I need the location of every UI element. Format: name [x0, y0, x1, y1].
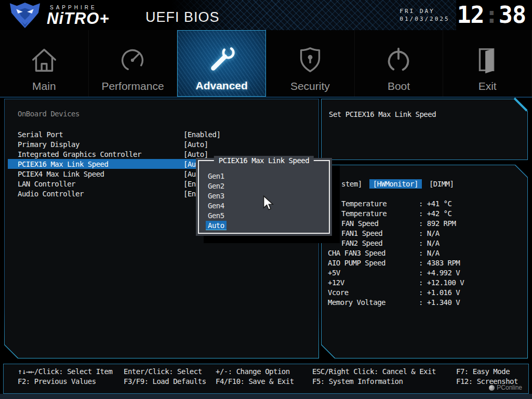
monitor-value: +1.340 V — [419, 298, 460, 307]
monitor-label: Vcore — [328, 288, 419, 297]
setting-label: Audio Controller — [18, 190, 183, 198]
wolf-mask-icon — [7, 1, 43, 31]
monitor-value: 892 RPM — [419, 219, 456, 228]
shortcut-hint: F2: Previous Values — [18, 377, 96, 387]
monitor-label: FAN1 Speed — [341, 229, 419, 237]
setting-label: PCIEX16 Max Link Speed — [18, 160, 183, 168]
wrench-icon — [206, 43, 238, 75]
watermark-label: PConline — [497, 384, 522, 391]
nav-divider — [0, 97, 532, 98]
monitor-row: +5V +4.992 V — [328, 268, 523, 277]
monitor-label: FAN Speed — [341, 219, 419, 228]
section-title: OnBoard Devices — [18, 110, 79, 119]
shortcut-bar: ↑↓→←/Click: Select Item Enter/Click: Sel… — [3, 364, 529, 394]
setting-label: Primary Display — [18, 140, 183, 149]
monitor-value: 4383 RPM — [419, 259, 460, 267]
monitor-value: N/A — [419, 239, 440, 247]
monitor-label: +5V — [328, 269, 419, 277]
monitor-value: +1.016 V — [419, 288, 460, 297]
setting-label: LAN Controller — [18, 180, 183, 188]
monitor-label: +12V — [328, 278, 419, 287]
setting-label: Integrated Graphics Controller — [18, 150, 183, 158]
option-popup-title: PCIEX16 Max Link Speed — [214, 156, 314, 166]
door-icon — [471, 44, 503, 76]
monitor-value: +12.100 V — [419, 278, 464, 287]
monitor-label: Temperature — [341, 200, 419, 208]
setting-value: [Auto] — [183, 140, 208, 149]
monitor-row: Memory Voltage +1.340 V — [328, 297, 523, 307]
shortcut-hint: F3/F9: Load Defaults — [124, 377, 206, 387]
hwmonitor-panel-body: stem] [HWMonitor] [DIMM] Temperature +41… — [322, 165, 527, 358]
monitor-label: Temperature — [341, 209, 419, 218]
shortcut-row-1: ↑↓→←/Click: Select Item Enter/Click: Sel… — [4, 367, 528, 377]
monitor-row: FAN1 Speed N/A — [328, 228, 523, 238]
monitor-label: AIO_PUMP Speed — [328, 259, 419, 267]
monitor-row: AIO_PUMP Speed 4383 RPM — [328, 258, 523, 268]
setting-value: [Auto] — [183, 150, 208, 158]
setting-label: Serial Port — [18, 130, 183, 139]
shortcut-row-2: F2: Previous Values F3/F9: Load Defaults… — [4, 377, 528, 387]
date-weekday: FRI DAY — [400, 7, 449, 15]
monitor-rows: Temperature +41 °C Temperature +42 °C FA… — [328, 198, 523, 307]
tab-label: Exit — [478, 80, 497, 92]
monitor-tab[interactable]: [DIMM] — [429, 179, 454, 189]
clock-display: 12:38 — [457, 2, 526, 28]
shortcut-hint: F4/F10: Save & Exit — [216, 377, 294, 387]
tab-security[interactable]: Security — [266, 30, 355, 97]
option-item[interactable]: Auto — [206, 221, 227, 230]
top-bar: SAPPHIRE NiTRO+ UEFI BIOS FRI DAY 01/03/… — [0, 0, 532, 30]
pconline-icon — [489, 385, 495, 391]
clock-minutes: 38 — [499, 1, 526, 29]
monitor-row: +12V +12.100 V — [328, 277, 523, 287]
monitor-row: CHA_FAN3 Speed N/A — [328, 248, 523, 258]
help-panel: Set PCIEX16 Max Link Speed — [321, 99, 528, 160]
setting-row[interactable]: Primary Display [Auto] — [8, 139, 315, 149]
tab-exit[interactable]: Exit — [443, 30, 532, 97]
page-title: UEFI BIOS — [145, 9, 220, 25]
sapphire-nitro-logo: SAPPHIRE NiTRO+ — [7, 1, 110, 31]
tab-label: Boot — [388, 80, 410, 92]
option-item[interactable]: Gen3 — [206, 191, 227, 201]
shortcut-hint: F5: System Information — [312, 377, 403, 387]
monitor-row: Temperature +42 °C — [328, 208, 523, 218]
help-panel-body: Set PCIEX16 Max Link Speed — [322, 99, 527, 159]
date-value: 01/03/2025 — [400, 15, 449, 23]
monitor-value: N/A — [419, 229, 440, 237]
monitor-label: FAN2 Speed — [341, 239, 419, 247]
brand-product: NiTRO+ — [47, 10, 110, 26]
tab-main[interactable]: Main — [0, 30, 89, 97]
tab-advanced[interactable]: Advanced — [177, 30, 266, 97]
clock-colon: : — [485, 1, 498, 29]
tab-label: Security — [290, 80, 330, 92]
date-display: FRI DAY 01/03/2025 — [400, 7, 449, 23]
watermark: PConline — [489, 384, 522, 391]
monitor-value: +41 °C — [419, 200, 451, 208]
gauge-icon — [116, 44, 149, 76]
bottom-strip — [0, 394, 532, 399]
monitor-tab[interactable]: stem] — [341, 179, 362, 189]
shortcut-hint: Enter/Click: Select — [124, 367, 202, 377]
monitor-value: +4.992 V — [419, 269, 460, 277]
monitor-row: FAN2 Speed N/A — [328, 238, 523, 248]
help-text: Set PCIEX16 Max Link Speed — [329, 110, 436, 120]
mouse-cursor — [262, 195, 276, 214]
setting-row[interactable]: Serial Port [Enabled] — [8, 129, 315, 139]
datetime: FRI DAY 01/03/2025 12:38 — [400, 2, 526, 28]
monitor-value: N/A — [419, 249, 440, 257]
tab-boot[interactable]: Boot — [355, 30, 444, 97]
setting-label: PCIEX4 Max Link Speed — [18, 170, 183, 178]
shortcut-hint: ESC/Right Click: Cancel & Exit — [312, 367, 436, 377]
monitor-row: Vcore +1.016 V — [328, 287, 523, 297]
monitor-value: +42 °C — [419, 209, 451, 218]
tab-label: Performance — [101, 80, 164, 92]
setting-value: [Enabled] — [183, 130, 220, 139]
tab-performance[interactable]: Performance — [89, 30, 178, 97]
option-item[interactable]: Gen4 — [206, 201, 227, 211]
shield-icon — [294, 44, 326, 76]
option-item[interactable]: Gen2 — [206, 181, 227, 191]
monitor-tab[interactable]: [HWMonitor] — [369, 179, 422, 189]
option-item[interactable]: Gen1 — [206, 171, 227, 181]
shortcut-hint: ↑↓→←/Click: Select Item — [18, 367, 112, 377]
option-item[interactable]: Gen5 — [206, 211, 227, 221]
monitor-row: FAN Speed 892 RPM — [328, 218, 523, 228]
